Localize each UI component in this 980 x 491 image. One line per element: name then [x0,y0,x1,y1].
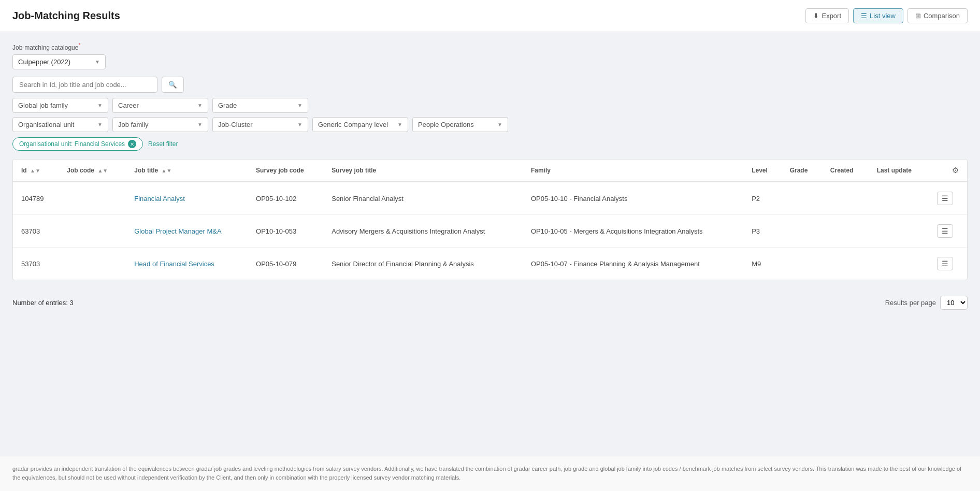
filter-row-1: Global job family ▼ Career ▼ Grade ▼ [12,98,968,113]
cell-level: P3 [743,215,781,248]
cell-job-title: Global Project Manager M&A [126,215,248,248]
sort-icon: ▲▼ [97,168,108,174]
cell-created [822,215,869,248]
filter-job-family[interactable]: Job family ▼ [112,117,208,132]
col-last-update: Last update [869,160,929,182]
job-title-link[interactable]: Financial Analyst [134,195,185,203]
catalogue-label: Job-matching catalogue* [12,42,968,51]
sort-icon: ▲▼ [162,168,172,174]
row-menu-button[interactable]: ☰ [937,257,953,270]
comparison-button[interactable]: ⊞ Comparison [907,8,968,23]
col-survey-job-code: Survey job code [248,160,323,182]
cell-job-code [59,182,126,215]
cell-level: P2 [743,182,781,215]
cell-created [822,248,869,280]
cell-last-update [869,182,929,215]
filter-organisational-unit[interactable]: Organisational unit ▼ [12,117,108,132]
cell-grade [782,182,822,215]
chevron-down-icon: ▼ [197,103,203,108]
header-actions: ⬇ Export ☰ List view ⊞ Comparison [805,8,968,23]
cell-job-title: Financial Analyst [126,182,248,215]
cell-created [822,182,869,215]
per-page-row: Results per page 10 25 50 [885,296,968,310]
col-grade: Grade [782,160,822,182]
filter-people-operations[interactable]: People Operations ▼ [412,117,508,132]
cell-row-menu: ☰ [929,182,967,215]
cell-row-menu: ☰ [929,215,967,248]
cell-job-code [59,215,126,248]
filter-job-cluster[interactable]: Job-Cluster ▼ [212,117,308,132]
search-row: 🔍 [12,77,968,93]
cell-survey-job-title: Senior Financial Analyst [323,182,523,215]
cell-survey-job-code: OP05-10-079 [248,248,323,280]
catalogue-select[interactable]: Culpepper (2022) ▼ [12,54,106,69]
cell-last-update [869,248,929,280]
cell-survey-job-title: Advisory Mergers & Acquisitions Integrat… [323,215,523,248]
cell-level: M9 [743,248,781,280]
col-settings: ⚙ [929,160,967,182]
row-menu-button[interactable]: ☰ [937,192,953,205]
cell-id: 104789 [13,182,59,215]
job-title-link[interactable]: Head of Financial Services [134,260,214,268]
cell-job-code [59,248,126,280]
export-icon: ⬇ [813,12,819,20]
sort-icon: ▲▼ [30,168,40,174]
active-filters: Organisational unit: Financial Services … [12,137,968,151]
col-job-code: Job code ▲▼ [59,160,126,182]
col-survey-job-title: Survey job title [323,160,523,182]
col-id: Id ▲▼ [13,160,59,182]
filter-tag-org-unit: Organisational unit: Financial Services … [12,137,143,151]
chevron-down-icon: ▼ [397,122,402,127]
chevron-down-icon: ▼ [497,122,502,127]
chevron-down-icon: ▼ [95,59,100,65]
export-button[interactable]: ⬇ Export [805,8,849,23]
catalogue-section: Job-matching catalogue* Culpepper (2022)… [12,42,968,69]
entries-count: Number of entries: 3 [12,299,74,307]
cell-survey-job-code: OP10-10-053 [248,215,323,248]
chevron-down-icon: ▼ [197,122,203,127]
col-level: Level [743,160,781,182]
cell-grade [782,248,822,280]
header: Job-Matching Results ⬇ Export ☰ List vie… [0,0,980,32]
col-job-title: Job title ▲▼ [126,160,248,182]
cell-last-update [869,215,929,248]
table-row: 104789 Financial Analyst OP05-10-102 Sen… [13,182,967,215]
table-header-row: Id ▲▼ Job code ▲▼ Job title ▲▼ Survey jo… [13,160,967,182]
table-body: 104789 Financial Analyst OP05-10-102 Sen… [13,182,967,280]
remove-filter-button[interactable]: ✕ [128,140,136,148]
filter-global-job-family[interactable]: Global job family ▼ [12,98,108,113]
list-icon: ☰ [861,12,867,20]
table-row: 53703 Head of Financial Services OP05-10… [13,248,967,280]
filter-row-2: Organisational unit ▼ Job family ▼ Job-C… [12,117,968,132]
filter-career[interactable]: Career ▼ [112,98,208,113]
filter-grade[interactable]: Grade ▼ [212,98,308,113]
search-input[interactable] [12,77,157,93]
cell-survey-job-title: Senior Director of Financial Planning & … [323,248,523,280]
column-settings-button[interactable]: ⚙ [952,166,959,175]
cell-job-title: Head of Financial Services [126,248,248,280]
col-family: Family [523,160,743,182]
cell-id: 63703 [13,215,59,248]
table-row: 63703 Global Project Manager M&A OP10-10… [13,215,967,248]
reset-filter-link[interactable]: Reset filter [148,140,178,148]
chevron-down-icon: ▼ [297,103,302,108]
chevron-down-icon: ▼ [97,122,103,127]
col-created: Created [822,160,869,182]
results-table: Id ▲▼ Job code ▲▼ Job title ▲▼ Survey jo… [13,160,967,280]
cell-row-menu: ☰ [929,248,967,280]
list-view-button[interactable]: ☰ List view [853,8,903,23]
search-icon: 🔍 [168,81,177,89]
search-button[interactable]: 🔍 [162,77,184,93]
cell-survey-job-code: OP05-10-102 [248,182,323,215]
page-title: Job-Matching Results [12,10,120,22]
cell-id: 53703 [13,248,59,280]
cell-grade [782,215,822,248]
row-menu-button[interactable]: ☰ [937,224,953,238]
cell-family: OP10-10-05 - Mergers & Acquisitions Inte… [523,215,743,248]
job-title-link[interactable]: Global Project Manager M&A [134,227,221,235]
per-page-select[interactable]: 10 25 50 [940,296,968,310]
main-content: Job-matching catalogue* Culpepper (2022)… [0,32,980,327]
results-table-container: Id ▲▼ Job code ▲▼ Job title ▲▼ Survey jo… [12,159,968,280]
comparison-icon: ⊞ [915,12,921,20]
filter-generic-company-level[interactable]: Generic Company level ▼ [312,117,408,132]
